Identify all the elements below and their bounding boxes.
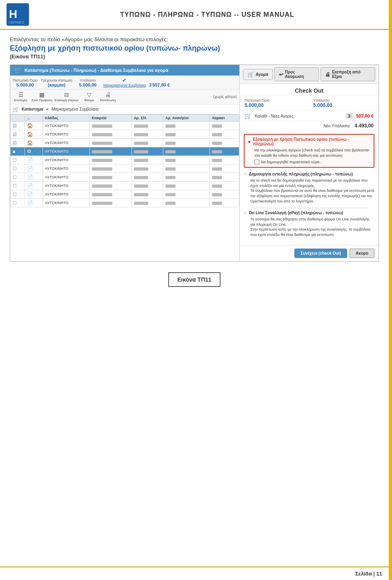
row-checkbox[interactable]: ☑ [11,139,25,147]
marked-contracts-label: Μαρκαρισμένα Συμβόλαια [51,107,99,111]
credit-limit-value: 5.000,00 [16,82,34,87]
intro-text: Επιλέγοντας το πεδίο «Αγορά» μας δίνοντα… [10,36,379,42]
checkout-stats: Πιστωτικό Όριο 5.000,00 Υπάλοιπο 5.000,0… [240,96,379,111]
row-contract-num [131,190,163,199]
row-contract-num [131,130,163,139]
row-contract-num [131,122,163,130]
row-category: ΑΥΤΟΚΙΝΗΤΟ [42,156,89,164]
marked-link[interactable]: Μαρκαρισμένα Συμβόλαια [103,83,146,87]
filter-label: Φίλτρο [84,98,94,102]
row-dots: 📄 [25,164,43,173]
row-checkbox[interactable]: ☐ [11,156,25,164]
caption-box: Εικόνα ΤΠ11 [168,272,220,287]
col-category: Κλάδος [42,115,89,122]
balance-label: Υπόλοιπο [80,78,96,82]
row-checkbox[interactable]: ☐ [11,173,25,182]
row-checkbox[interactable]: ☑ [11,122,25,130]
row-company [90,173,132,182]
cancel-button[interactable]: Ακυρο [350,249,374,258]
synth-view-button[interactable]: ▦ Σύντ.Προβολή [31,91,52,102]
row-char [210,122,239,130]
table-row[interactable]: ☐📄ΑΥΤΟΚΙΝΗΤΟ [11,190,239,199]
row-char [210,139,239,147]
table-row[interactable]: ☑🏠ΑΥΤΟΚΙΝΗΤΟ [11,122,239,130]
filter-button[interactable]: ▽ Φίλτρο [81,91,97,102]
row-company [90,147,132,156]
marked-stat: ✔ Μαρκαρισμένα Συμβόλαια [103,77,146,87]
main-content: Επιλέγοντας το πεδίο «Αγορά» μας δίνοντα… [0,30,392,306]
logo-block: H HERMES [7,3,29,26]
option2-block[interactable]: ○ Δημιουργία εντολής πληρωμής (πληρώνω -… [244,171,374,205]
row-char [210,190,239,199]
cancel-order-button[interactable]: ↩ Προς Ακύρωση [274,67,319,81]
screenshot-container: 🛒 Κατάστημα (Τυπώνω - Πληρώνω) - Διαθέσι… [10,64,379,262]
selected-option-desc: Με την ολοκλήρωση αγορών (check out) τα … [254,148,370,158]
checkout-panel: 🛒 Αγορά ↩ Προς Ακύρωση 🖨 Εισπροξη από Εξ… [240,65,379,261]
col-contract-num: Αρ. Σ/Λ [131,115,163,122]
row-checkbox[interactable]: ■ [11,147,25,156]
row-dots: 🏠 [25,130,43,139]
row-checkbox[interactable]: ☐ [11,199,25,207]
stats-row: Πιστωτικό Όριο 5.000,00 Τρέχουσα πίστωση… [10,76,239,89]
row-dots: 📄 [25,199,43,207]
agora-button[interactable]: 🛒 Αγορά [243,69,273,80]
select-label: Επιλογή στηλών [55,98,78,102]
row-dots: 🏠 [25,139,43,147]
checkbox-icon[interactable] [254,160,259,164]
running-stat: Τρέχουσα πίστωση (καμμία) [41,78,72,87]
row-checkbox[interactable]: ☐ [11,190,25,199]
row-company [90,122,132,130]
hermes-logo-icon: H HERMES [7,3,29,26]
cancel-label: Προς Ακύρωση [285,70,314,79]
row-checkbox[interactable]: ☐ [11,164,25,173]
print-icon: 🖨 [105,91,111,98]
col-char: Χαρακτ [210,115,239,122]
table-row[interactable]: ☐📄ΑΥΤΟΚΙΝΗΤΟ [11,164,239,173]
co-balance-value: 5.000,00 [313,102,374,108]
select-cols-icon: ⊟ [64,91,69,98]
panel-header: 🛒 Κατάστημα (Τυπώνω - Πληρώνω) - Διαθέσι… [10,65,239,76]
co-balance-label: Υπάλοιπο [313,98,374,102]
selected-option-block[interactable]: ● Εξόφληση με Χρήση Πιστωτικού ορίου (τυ… [244,134,374,168]
row-renewal [163,130,209,139]
row-company [90,164,132,173]
table-row[interactable]: ☐📄ΑΥΤΟΚΙΝΗΤΟ [11,182,239,190]
row-char [210,164,239,173]
row-contract-num [131,173,163,182]
table-row[interactable]: ■⚙ΑΥΤΟΚΙΝΗΤΟ [11,147,239,156]
new-balance-value: 4.493,00 [354,123,374,129]
table-row[interactable]: ☐📄ΑΥΤΟΚΙΝΗΤΟ [11,199,239,207]
row-dots: 🏠 [25,122,43,130]
svg-text:HERMES: HERMES [9,20,24,24]
table-row[interactable]: ☑🏠ΑΥΤΟΚΙΝΗΤΟ [11,139,239,147]
selected-option-label: ● Εξόφληση με Χρήση Πιστωτικού ορίου (τυ… [248,137,370,146]
radio-unselected-icon2: ○ [244,210,247,216]
row-contract-num [131,147,163,156]
checkout-actions: Συνέχεια (check Out) Ακυρο [240,245,379,261]
row-checkbox[interactable]: ☐ [11,182,25,190]
row-renewal [163,199,209,207]
table-row[interactable]: ☐📄ΑΥΤΟΚΙΝΗΤΟ [11,156,239,164]
caption-container: Εικόνα ΤΠ11 [10,268,379,291]
row-renewal [163,147,209,156]
selected-option-text: Εξόφληση με Χρήση Πιστωτικού ορίου (τυπώ… [253,137,370,146]
row-category: ΑΥΤΟΚΙΝΗΤΟ [42,139,89,147]
table-row[interactable]: ☐📄ΑΥΤΟΚΙΝΗΤΟ [11,173,239,182]
row-dots: ⚙ [25,147,43,156]
continue-button[interactable]: Συνέχεια (check Out) [294,249,347,258]
row-renewal [163,139,209,147]
option3-block[interactable]: ○ On Line Συναλλαγή (ePay) (πληρώνω - τυ… [244,210,374,239]
col-checkbox [11,115,25,122]
print-receipt-button[interactable]: 🖨 Εισπροξη από Εξρα [321,67,375,81]
basket-value: 507,00 € [356,113,374,118]
row-renewal [163,173,209,182]
table-row[interactable]: ☑🏠ΑΥΤΟΚΙΝΗΤΟ [11,130,239,139]
select-columns-button[interactable]: ⊟ Επιλογή στηλών [55,91,78,102]
cancel-icon: ↩ [279,71,283,78]
row-company [90,130,132,139]
options-button[interactable]: ☰ Επιλογές [13,91,29,102]
row-char [210,199,239,207]
print-button[interactable]: 🖨 Εκτύπωση [100,91,116,102]
radio-selected-icon: ● [248,139,251,144]
row-checkbox[interactable]: ☑ [11,130,25,139]
